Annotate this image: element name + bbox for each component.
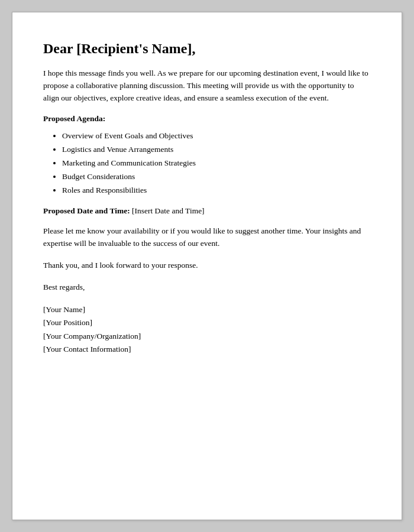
signature-contact: [Your Contact Information] bbox=[43, 343, 371, 356]
signature-company: [Your Company/Organization] bbox=[43, 330, 371, 343]
list-item: Budget Considerations bbox=[62, 170, 371, 184]
thank-you-line: Thank you, and I look forward to your re… bbox=[43, 259, 371, 272]
list-item: Roles and Responsibilities bbox=[62, 184, 371, 197]
signature-position: [Your Position] bbox=[43, 316, 371, 329]
intro-paragraph: I hope this message finds you well. As w… bbox=[43, 67, 371, 105]
availability-paragraph: Please let me know your availability or … bbox=[43, 225, 371, 250]
signature-block: [Your Name] [Your Position] [Your Compan… bbox=[43, 303, 371, 356]
agenda-heading: Proposed Agenda: bbox=[43, 114, 371, 124]
list-item: Marketing and Communication Strategies bbox=[62, 157, 371, 170]
signature-name: [Your Name] bbox=[43, 303, 371, 316]
date-value: [Insert Date and Time] bbox=[132, 206, 205, 215]
date-line: Proposed Date and Time: [Insert Date and… bbox=[43, 206, 371, 216]
list-item: Overview of Event Goals and Objectives bbox=[62, 129, 371, 143]
document: Dear [Recipient's Name], I hope this mes… bbox=[12, 12, 402, 520]
agenda-list: Overview of Event Goals and Objectives L… bbox=[62, 129, 371, 197]
date-label: Proposed Date and Time: bbox=[43, 206, 130, 215]
list-item: Logistics and Venue Arrangements bbox=[62, 143, 371, 157]
best-regards: Best regards, bbox=[43, 281, 371, 294]
salutation: Dear [Recipient's Name], bbox=[43, 41, 371, 57]
